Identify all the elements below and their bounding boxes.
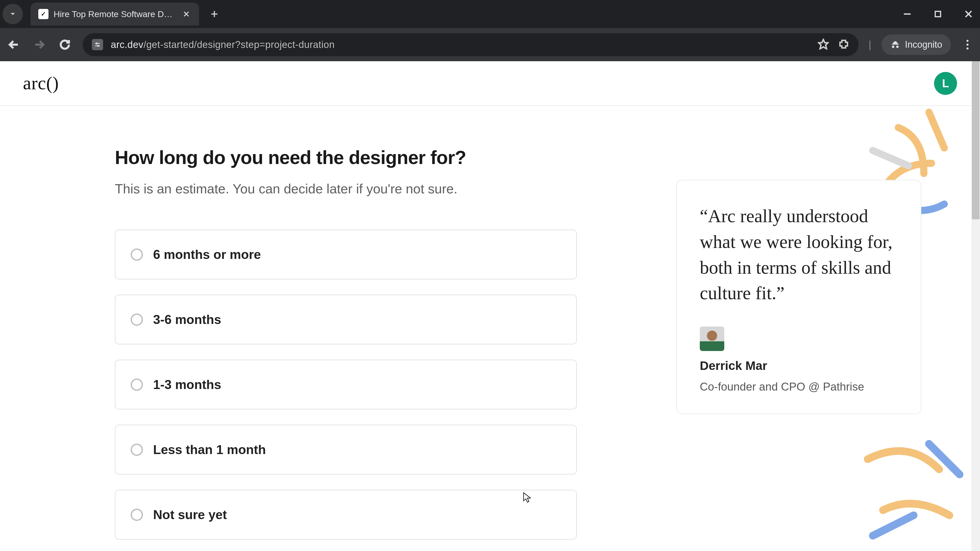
tabs-dropdown-button[interactable] [3,4,23,24]
nav-back-button[interactable] [6,37,21,52]
option-6-months-or-more[interactable]: 6 months or more [115,230,577,279]
close-icon [183,10,190,18]
minimize-icon [902,9,912,19]
main-content: How long do you need the designer for? T… [0,106,980,540]
testimonial-author: Derrick Mar Co-founder and CPO @ Pathris… [700,327,898,393]
option-label: 3-6 months [153,312,221,327]
url-text: arc.dev/get-started/designer?step=projec… [111,39,334,50]
browser-menu-button[interactable] [961,40,974,50]
option-label: 6 months or more [153,247,261,262]
incognito-label: Incognito [905,39,942,50]
option-label: Less than 1 month [153,442,266,457]
bookmark-button[interactable] [818,38,829,51]
radio-icon [130,509,143,521]
option-less-than-1-month[interactable]: Less than 1 month [115,425,577,475]
incognito-icon [890,40,900,50]
browser-tab[interactable]: ✓ Hire Top Remote Software Dev… [30,3,199,25]
puzzle-icon [838,38,850,50]
favicon: ✓ [38,9,48,19]
browser-chrome: ✓ Hire Top Remote Software Dev… [0,0,980,61]
avatar[interactable]: L [934,72,957,95]
radio-icon [130,248,143,261]
radio-icon [130,379,143,391]
option-label: Not sure yet [153,507,227,522]
window-maximize-button[interactable] [932,8,944,21]
plus-icon [210,10,219,19]
page-subtext: This is an estimate. You can decide late… [115,181,577,197]
options-list: 6 months or more 3-6 months 1-3 months L… [115,230,577,540]
maximize-icon [933,10,942,19]
scrollbar-track[interactable] [971,61,980,551]
radio-icon [130,444,143,456]
kebab-icon [966,40,969,50]
svg-point-17 [966,48,969,49]
address-bar[interactable]: arc.dev/get-started/designer?step=projec… [83,33,859,56]
radio-icon [130,313,143,326]
form-column: How long do you need the designer for? T… [115,147,577,540]
svg-marker-14 [818,40,828,49]
browser-toolbar: arc.dev/get-started/designer?step=projec… [0,28,980,61]
arrow-right-icon [33,38,45,51]
site-info-button[interactable] [92,39,103,50]
cursor-icon [523,492,531,503]
svg-point-15 [966,40,969,42]
option-1-3-months[interactable]: 1-3 months [115,360,577,410]
option-label: 1-3 months [153,377,221,392]
nav-forward-button[interactable] [32,37,47,52]
logo[interactable]: arc() [23,73,59,94]
chevron-down-icon [8,10,17,18]
page-title: How long do you need the designer for? [115,147,577,168]
svg-rect-5 [935,11,941,17]
tab-title: Hire Top Remote Software Dev… [54,9,176,19]
reload-icon [59,38,71,51]
window-close-button[interactable] [962,8,975,21]
window-minimize-button[interactable] [901,8,914,21]
close-icon [963,9,974,19]
app-viewport: arc() L How long do you need the designe… [0,61,980,551]
star-icon [818,38,829,50]
author-avatar [700,327,724,351]
url-path: /get-started/designer?step=project-durat… [143,39,334,50]
incognito-indicator[interactable]: Incognito [881,35,951,55]
tune-icon [94,41,101,48]
option-3-6-months[interactable]: 3-6 months [115,295,577,345]
nav-reload-button[interactable] [57,37,73,52]
arrow-left-icon [8,38,20,51]
new-tab-button[interactable] [207,6,222,22]
scrollbar-thumb[interactable] [972,61,980,219]
tab-bar: ✓ Hire Top Remote Software Dev… [0,0,980,28]
testimonial-card: Arc really understood what we were looki… [676,180,921,414]
extensions-button[interactable] [838,38,850,51]
option-not-sure-yet[interactable]: Not sure yet [115,490,577,540]
svg-point-16 [966,44,969,46]
window-controls [901,0,975,28]
author-title: Co-founder and CPO @ Pathrise [700,380,898,393]
testimonial-quote: Arc really understood what we were looki… [700,203,898,306]
app-header: arc() L [0,61,980,106]
tab-close-button[interactable] [181,9,191,19]
author-name: Derrick Mar [700,359,898,373]
url-host: arc.dev [111,39,143,50]
